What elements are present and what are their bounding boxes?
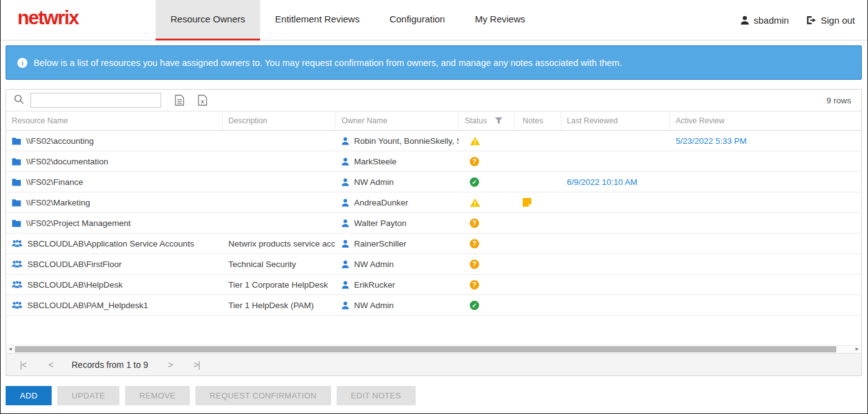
edit-notes-button: EDIT NOTES: [337, 386, 416, 405]
scrollbar-thumb[interactable]: [15, 346, 836, 352]
notes-cell: [515, 213, 561, 233]
status-cell: ✓: [459, 295, 515, 315]
column-header-description[interactable]: Description: [223, 111, 336, 130]
person-icon: [342, 301, 349, 309]
owner-name-label: AndreaDunker: [354, 198, 408, 207]
description-cell: Netwrix products service acc: [223, 233, 336, 253]
resource-name-label: SBCLOUDLAB\FirstFloor: [27, 260, 122, 269]
person-icon: [342, 137, 349, 145]
owner-name-label: MarkSteele: [354, 157, 396, 166]
person-icon: [342, 281, 349, 289]
info-icon: i: [17, 58, 27, 68]
column-header-resource-name[interactable]: Resource Name: [6, 111, 223, 130]
description-label: Technical Security: [228, 260, 296, 269]
pagination-bar: |< < Records from 1 to 9 > >|: [6, 353, 861, 375]
description-label: Netwrix products service acc: [228, 239, 335, 248]
tab-configuration[interactable]: Configuration: [375, 0, 460, 40]
group-icon: [12, 301, 22, 309]
status-cell: [459, 131, 515, 151]
group-icon: [12, 260, 22, 268]
scroll-left-arrow-icon[interactable]: ◄: [6, 346, 14, 353]
resource-name-label: \\FS02\accounting: [26, 136, 94, 146]
table-row[interactable]: SBCLOUDLAB\Application Service AccountsN…: [6, 233, 861, 254]
status-filter-icon[interactable]: [495, 117, 503, 125]
sign-out-label: Sign out: [821, 15, 855, 26]
folder-icon: [12, 137, 21, 145]
active-review-cell: [670, 254, 861, 274]
status-cell: [459, 192, 515, 212]
folder-icon: [12, 178, 21, 186]
active-review-cell: [670, 275, 861, 294]
last-reviewed-cell: [561, 295, 670, 315]
column-header-owner-name[interactable]: Owner Name: [336, 111, 459, 130]
sign-out-button[interactable]: Sign out: [806, 15, 855, 26]
description-label: Tier 1 HelpDesk (PAM): [228, 301, 314, 310]
previous-page-button[interactable]: <: [49, 360, 53, 370]
nav-tabs: Resource Owners Entitlement Reviews Conf…: [156, 0, 540, 40]
last-reviewed-cell: [561, 151, 670, 171]
last-reviewed-cell: [561, 131, 670, 151]
current-user[interactable]: sbadmin: [740, 15, 789, 26]
owner-name-label: NW Admin: [354, 301, 394, 310]
table-row[interactable]: SBCLOUDLAB\PAM_Helpdesk1Tier 1 HelpDesk …: [6, 295, 861, 316]
next-page-button[interactable]: >: [168, 360, 172, 370]
owner-name-label: NW Admin: [354, 260, 394, 269]
description-cell: [223, 213, 336, 233]
column-header-active-review[interactable]: Active Review: [670, 111, 861, 130]
owner-name-cell: Walter Payton: [336, 213, 459, 233]
notes-cell: [515, 254, 561, 274]
table-row[interactable]: \\FS02\documentationMarkSteele?: [6, 151, 861, 172]
table-body: \\FS02\accountingRobin Yount, BonnieSkel…: [6, 131, 861, 345]
resource-name-cell: \\FS02\accounting: [6, 131, 223, 151]
table-row[interactable]: \\FS02\MarketingAndreaDunker: [6, 192, 861, 213]
user-icon: [740, 16, 749, 25]
resource-name-label: SBCLOUDLAB\HelpDesk: [27, 280, 123, 289]
horizontal-scrollbar[interactable]: ◄ ►: [6, 345, 861, 353]
add-button[interactable]: ADD: [6, 386, 52, 405]
resource-name-cell: SBCLOUDLAB\FirstFloor: [6, 254, 223, 274]
tab-my-reviews[interactable]: My Reviews: [460, 0, 540, 40]
column-header-last-reviewed[interactable]: Last Reviewed: [561, 111, 670, 130]
description-cell: [223, 172, 336, 192]
description-cell: Technical Security: [223, 254, 336, 274]
description-cell: Tier 1 Corporate HelpDesk: [223, 275, 336, 294]
table-header: Resource Name Description Owner Name Sta…: [6, 111, 861, 131]
user-area: sbadmin Sign out: [740, 0, 855, 40]
export-excel-icon[interactable]: x: [198, 95, 207, 106]
person-icon: [342, 219, 349, 227]
last-page-button[interactable]: >|: [194, 360, 200, 370]
resource-name-cell: \\FS02\Finance: [6, 172, 223, 192]
export-document-icon[interactable]: [175, 95, 184, 106]
resource-name-label: SBCLOUDLAB\PAM_Helpdesk1: [27, 301, 148, 310]
status-cell: ?: [459, 254, 515, 274]
column-header-status[interactable]: Status: [459, 111, 515, 130]
resource-name-label: \\FS02\Project Management: [26, 219, 131, 228]
status-question-icon: ?: [470, 239, 479, 248]
status-question-icon: ?: [470, 260, 479, 269]
table-row[interactable]: SBCLOUDLAB\FirstFloorTechnical SecurityN…: [6, 254, 861, 275]
first-page-button[interactable]: |<: [20, 360, 26, 370]
search-input[interactable]: [30, 93, 161, 108]
top-navigation-bar: netwrix Resource Owners Entitlement Revi…: [1, 0, 867, 40]
table-row[interactable]: \\FS02\FinanceNW Admin✓6/9/2022 10:10 AM: [6, 172, 861, 192]
owner-name-cell: RainerSchiller: [336, 233, 459, 253]
active-review-cell: [670, 151, 861, 171]
last-reviewed-link[interactable]: 6/9/2022 10:10 AM: [567, 177, 637, 187]
notes-cell: [515, 233, 561, 253]
person-icon: [342, 199, 349, 207]
grid-toolbar: x 9 rows: [6, 90, 861, 111]
last-reviewed-cell: [561, 275, 670, 294]
resource-name-cell: SBCLOUDLAB\HelpDesk: [6, 275, 223, 294]
column-header-notes[interactable]: Notes: [515, 111, 561, 130]
owner-name-label: Walter Payton: [354, 219, 406, 228]
table-row[interactable]: \\FS02\Project ManagementWalter Payton?: [6, 213, 861, 233]
notes-cell: [515, 275, 561, 294]
active-review-link[interactable]: 5/23/2022 5:33 PM: [676, 136, 747, 146]
scroll-right-arrow-icon[interactable]: ►: [853, 346, 861, 353]
table-row[interactable]: \\FS02\accountingRobin Yount, BonnieSkel…: [6, 131, 861, 151]
table-row[interactable]: SBCLOUDLAB\HelpDeskTier 1 Corporate Help…: [6, 275, 861, 295]
resource-name-cell: SBCLOUDLAB\Application Service Accounts: [6, 233, 223, 253]
person-icon: [342, 260, 349, 268]
tab-resource-owners[interactable]: Resource Owners: [156, 0, 260, 40]
tab-entitlement-reviews[interactable]: Entitlement Reviews: [260, 0, 375, 40]
